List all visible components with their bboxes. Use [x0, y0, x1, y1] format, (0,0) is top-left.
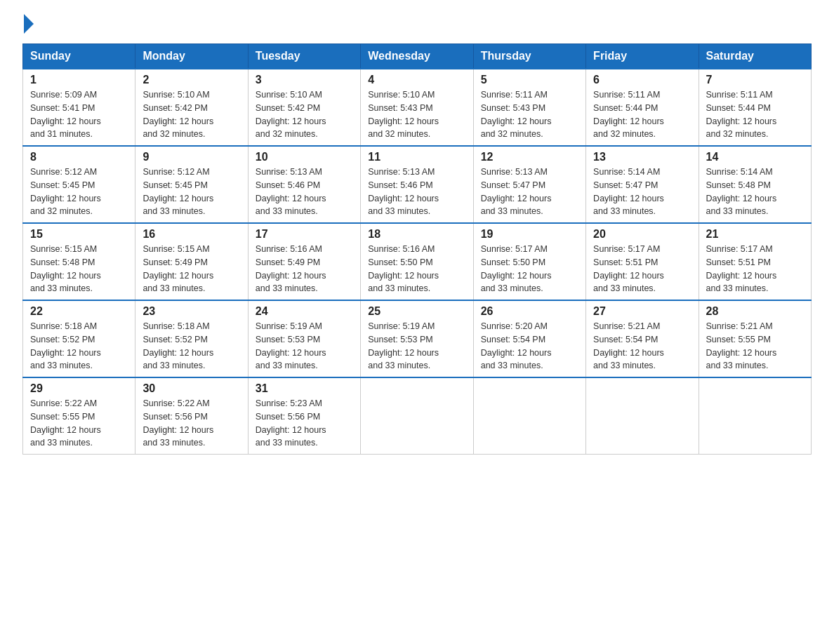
day-number: 8	[30, 151, 128, 163]
calendar-week-3: 15Sunrise: 5:15 AMSunset: 5:48 PMDayligh…	[23, 223, 812, 300]
day-info: Sunrise: 5:15 AMSunset: 5:49 PMDaylight:…	[143, 243, 240, 295]
day-info: Sunrise: 5:11 AMSunset: 5:44 PMDaylight:…	[593, 88, 691, 141]
day-number: 9	[143, 151, 240, 163]
day-number: 5	[481, 74, 578, 86]
calendar-cell: 3Sunrise: 5:10 AMSunset: 5:42 PMDaylight…	[248, 69, 360, 146]
day-header-thursday: Thursday	[473, 44, 585, 69]
day-number: 24	[256, 305, 353, 318]
day-info: Sunrise: 5:11 AMSunset: 5:43 PMDaylight:…	[481, 88, 578, 141]
day-number: 7	[706, 74, 804, 86]
day-header-wednesday: Wednesday	[361, 44, 473, 69]
day-number: 1	[30, 74, 128, 86]
day-number: 11	[368, 151, 465, 163]
day-info: Sunrise: 5:19 AMSunset: 5:53 PMDaylight:…	[256, 320, 353, 373]
day-number: 21	[706, 228, 804, 241]
day-number: 18	[368, 228, 465, 241]
day-info: Sunrise: 5:12 AMSunset: 5:45 PMDaylight:…	[143, 166, 240, 218]
day-header-monday: Monday	[135, 44, 248, 69]
day-info: Sunrise: 5:21 AMSunset: 5:54 PMDaylight:…	[593, 320, 691, 373]
day-number: 31	[256, 382, 353, 395]
day-number: 23	[143, 305, 240, 318]
calendar-cell: 30Sunrise: 5:22 AMSunset: 5:56 PMDayligh…	[135, 377, 248, 455]
day-number: 28	[706, 305, 804, 318]
calendar-cell: 12Sunrise: 5:13 AMSunset: 5:47 PMDayligh…	[473, 146, 585, 223]
day-info: Sunrise: 5:13 AMSunset: 5:47 PMDaylight:…	[481, 166, 578, 218]
day-number: 4	[368, 74, 465, 86]
calendar-cell: 29Sunrise: 5:22 AMSunset: 5:55 PMDayligh…	[23, 377, 135, 455]
calendar-header-row: SundayMondayTuesdayWednesdayThursdayFrid…	[23, 44, 812, 69]
day-number: 30	[143, 382, 240, 395]
day-info: Sunrise: 5:22 AMSunset: 5:56 PMDaylight:…	[143, 397, 240, 450]
calendar-cell	[586, 377, 699, 455]
calendar-cell	[699, 377, 811, 455]
day-info: Sunrise: 5:16 AMSunset: 5:50 PMDaylight:…	[368, 243, 465, 295]
day-info: Sunrise: 5:21 AMSunset: 5:55 PMDaylight:…	[706, 320, 804, 373]
day-number: 26	[481, 305, 578, 318]
logo	[22, 17, 34, 29]
calendar-week-5: 29Sunrise: 5:22 AMSunset: 5:55 PMDayligh…	[23, 377, 812, 455]
day-info: Sunrise: 5:13 AMSunset: 5:46 PMDaylight:…	[368, 166, 465, 218]
calendar-cell: 6Sunrise: 5:11 AMSunset: 5:44 PMDaylight…	[586, 69, 699, 146]
calendar-cell: 14Sunrise: 5:14 AMSunset: 5:48 PMDayligh…	[699, 146, 811, 223]
calendar-cell: 27Sunrise: 5:21 AMSunset: 5:54 PMDayligh…	[586, 300, 699, 377]
day-info: Sunrise: 5:23 AMSunset: 5:56 PMDaylight:…	[256, 397, 353, 450]
calendar-cell: 15Sunrise: 5:15 AMSunset: 5:48 PMDayligh…	[23, 223, 135, 300]
day-info: Sunrise: 5:17 AMSunset: 5:50 PMDaylight:…	[481, 243, 578, 295]
day-number: 10	[256, 151, 353, 163]
calendar-cell: 13Sunrise: 5:14 AMSunset: 5:47 PMDayligh…	[586, 146, 699, 223]
calendar-cell: 31Sunrise: 5:23 AMSunset: 5:56 PMDayligh…	[248, 377, 360, 455]
day-number: 13	[593, 151, 691, 163]
calendar-cell: 19Sunrise: 5:17 AMSunset: 5:50 PMDayligh…	[473, 223, 585, 300]
day-number: 3	[256, 74, 353, 86]
page-header	[22, 17, 812, 29]
day-number: 6	[593, 74, 691, 86]
day-info: Sunrise: 5:17 AMSunset: 5:51 PMDaylight:…	[706, 243, 804, 295]
day-info: Sunrise: 5:11 AMSunset: 5:44 PMDaylight:…	[706, 88, 804, 141]
calendar-cell: 8Sunrise: 5:12 AMSunset: 5:45 PMDaylight…	[23, 146, 135, 223]
day-info: Sunrise: 5:13 AMSunset: 5:46 PMDaylight:…	[256, 166, 353, 218]
day-header-saturday: Saturday	[699, 44, 811, 69]
calendar-cell	[473, 377, 585, 455]
calendar-cell: 7Sunrise: 5:11 AMSunset: 5:44 PMDaylight…	[699, 69, 811, 146]
calendar-cell: 2Sunrise: 5:10 AMSunset: 5:42 PMDaylight…	[135, 69, 248, 146]
calendar-cell: 24Sunrise: 5:19 AMSunset: 5:53 PMDayligh…	[248, 300, 360, 377]
day-info: Sunrise: 5:18 AMSunset: 5:52 PMDaylight:…	[30, 320, 128, 373]
calendar-week-1: 1Sunrise: 5:09 AMSunset: 5:41 PMDaylight…	[23, 69, 812, 146]
day-number: 25	[368, 305, 465, 318]
day-info: Sunrise: 5:17 AMSunset: 5:51 PMDaylight:…	[593, 243, 691, 295]
day-info: Sunrise: 5:12 AMSunset: 5:45 PMDaylight:…	[30, 166, 128, 218]
calendar-cell: 22Sunrise: 5:18 AMSunset: 5:52 PMDayligh…	[23, 300, 135, 377]
calendar-cell: 9Sunrise: 5:12 AMSunset: 5:45 PMDaylight…	[135, 146, 248, 223]
day-info: Sunrise: 5:10 AMSunset: 5:43 PMDaylight:…	[368, 88, 465, 141]
day-header-sunday: Sunday	[23, 44, 135, 69]
day-info: Sunrise: 5:09 AMSunset: 5:41 PMDaylight:…	[30, 88, 128, 141]
calendar-cell: 10Sunrise: 5:13 AMSunset: 5:46 PMDayligh…	[248, 146, 360, 223]
calendar-cell: 4Sunrise: 5:10 AMSunset: 5:43 PMDaylight…	[361, 69, 473, 146]
day-info: Sunrise: 5:20 AMSunset: 5:54 PMDaylight:…	[481, 320, 578, 373]
day-number: 19	[481, 228, 578, 241]
calendar-table: SundayMondayTuesdayWednesdayThursdayFrid…	[22, 43, 812, 455]
calendar-cell: 11Sunrise: 5:13 AMSunset: 5:46 PMDayligh…	[361, 146, 473, 223]
day-number: 16	[143, 228, 240, 241]
day-number: 20	[593, 228, 691, 241]
day-header-tuesday: Tuesday	[248, 44, 360, 69]
calendar-cell: 17Sunrise: 5:16 AMSunset: 5:49 PMDayligh…	[248, 223, 360, 300]
day-header-friday: Friday	[586, 44, 699, 69]
day-info: Sunrise: 5:19 AMSunset: 5:53 PMDaylight:…	[368, 320, 465, 373]
calendar-cell: 26Sunrise: 5:20 AMSunset: 5:54 PMDayligh…	[473, 300, 585, 377]
calendar-cell: 5Sunrise: 5:11 AMSunset: 5:43 PMDaylight…	[473, 69, 585, 146]
day-number: 15	[30, 228, 128, 241]
calendar-week-4: 22Sunrise: 5:18 AMSunset: 5:52 PMDayligh…	[23, 300, 812, 377]
logo-triangle-icon	[24, 14, 34, 34]
day-info: Sunrise: 5:14 AMSunset: 5:48 PMDaylight:…	[706, 166, 804, 218]
day-info: Sunrise: 5:18 AMSunset: 5:52 PMDaylight:…	[143, 320, 240, 373]
day-info: Sunrise: 5:16 AMSunset: 5:49 PMDaylight:…	[256, 243, 353, 295]
day-info: Sunrise: 5:10 AMSunset: 5:42 PMDaylight:…	[143, 88, 240, 141]
calendar-cell: 16Sunrise: 5:15 AMSunset: 5:49 PMDayligh…	[135, 223, 248, 300]
calendar-cell: 18Sunrise: 5:16 AMSunset: 5:50 PMDayligh…	[361, 223, 473, 300]
day-info: Sunrise: 5:10 AMSunset: 5:42 PMDaylight:…	[256, 88, 353, 141]
calendar-cell	[361, 377, 473, 455]
calendar-week-2: 8Sunrise: 5:12 AMSunset: 5:45 PMDaylight…	[23, 146, 812, 223]
day-number: 2	[143, 74, 240, 86]
calendar-cell: 28Sunrise: 5:21 AMSunset: 5:55 PMDayligh…	[699, 300, 811, 377]
